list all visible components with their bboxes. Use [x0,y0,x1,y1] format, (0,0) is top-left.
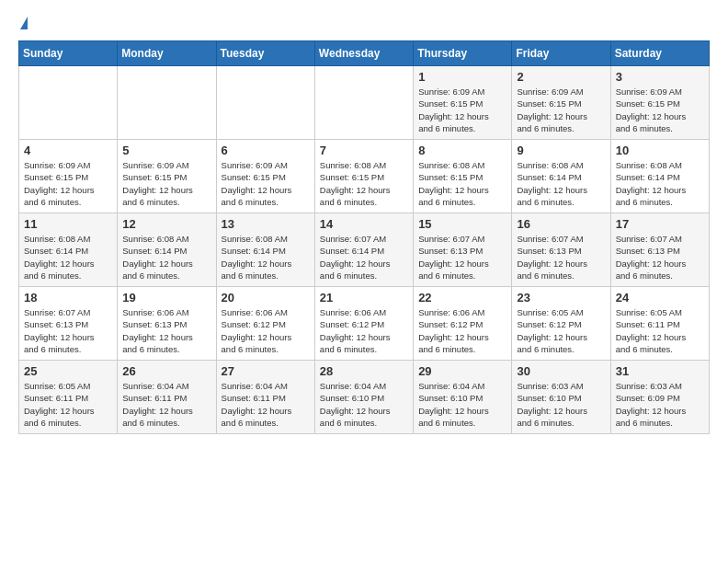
day-number: 28 [320,364,408,378]
day-number: 24 [616,291,704,304]
cell-content: Sunrise: 6:04 AM Sunset: 6:11 PM Dayligh… [222,380,310,429]
cell-content: Sunrise: 6:04 AM Sunset: 6:10 PM Dayligh… [320,380,408,429]
day-number: 13 [222,217,310,231]
day-number: 4 [24,144,112,157]
cell-content: Sunrise: 6:08 AM Sunset: 6:14 PM Dayligh… [616,159,704,208]
cell-content: Sunrise: 6:06 AM Sunset: 6:12 PM Dayligh… [320,306,408,355]
day-number: 26 [122,364,210,378]
weekday-header-saturday: Saturday [610,41,709,66]
cell-content: Sunrise: 6:05 AM Sunset: 6:11 PM Dayligh… [616,306,704,355]
calendar-cell: 20Sunrise: 6:06 AM Sunset: 6:12 PM Dayli… [216,287,314,361]
calendar-cell: 3Sunrise: 6:09 AM Sunset: 6:15 PM Daylig… [610,66,709,140]
calendar-cell: 21Sunrise: 6:06 AM Sunset: 6:12 PM Dayli… [314,287,413,361]
cell-content: Sunrise: 6:03 AM Sunset: 6:10 PM Dayligh… [517,380,605,429]
day-number: 6 [222,144,310,157]
cell-content: Sunrise: 6:09 AM Sunset: 6:15 PM Dayligh… [418,86,506,134]
weekday-header-wednesday: Wednesday [314,41,413,66]
calendar-cell: 7Sunrise: 6:08 AM Sunset: 6:15 PM Daylig… [314,140,413,213]
day-number: 10 [616,144,704,157]
day-number: 1 [418,70,506,84]
calendar-cell: 18Sunrise: 6:07 AM Sunset: 6:13 PM Dayli… [19,287,118,361]
cell-content: Sunrise: 6:03 AM Sunset: 6:09 PM Dayligh… [616,380,704,429]
cell-content: Sunrise: 6:08 AM Sunset: 6:15 PM Dayligh… [320,159,408,208]
day-number: 21 [320,291,408,304]
cell-content: Sunrise: 6:08 AM Sunset: 6:14 PM Dayligh… [24,233,112,282]
cell-content: Sunrise: 6:08 AM Sunset: 6:15 PM Dayligh… [418,159,506,208]
cell-content: Sunrise: 6:06 AM Sunset: 6:12 PM Dayligh… [222,306,310,355]
calendar-cell: 2Sunrise: 6:09 AM Sunset: 6:15 PM Daylig… [512,66,610,140]
cell-content: Sunrise: 6:04 AM Sunset: 6:11 PM Dayligh… [122,380,210,429]
day-number: 3 [616,70,704,84]
day-number: 23 [517,291,605,304]
cell-content: Sunrise: 6:04 AM Sunset: 6:10 PM Dayligh… [418,380,506,429]
cell-content: Sunrise: 6:09 AM Sunset: 6:15 PM Dayligh… [222,159,310,208]
logo [18,18,28,31]
calendar-cell: 6Sunrise: 6:09 AM Sunset: 6:15 PM Daylig… [216,140,314,213]
calendar-cell: 19Sunrise: 6:06 AM Sunset: 6:13 PM Dayli… [118,287,216,361]
calendar-cell: 13Sunrise: 6:08 AM Sunset: 6:14 PM Dayli… [216,213,314,287]
calendar-cell: 10Sunrise: 6:08 AM Sunset: 6:14 PM Dayli… [610,140,709,213]
page-header [18,18,710,31]
weekday-header-sunday: Sunday [19,41,118,66]
cell-content: Sunrise: 6:05 AM Sunset: 6:11 PM Dayligh… [24,380,112,429]
calendar-cell: 27Sunrise: 6:04 AM Sunset: 6:11 PM Dayli… [216,361,314,434]
calendar-cell: 25Sunrise: 6:05 AM Sunset: 6:11 PM Dayli… [19,361,118,434]
calendar-cell: 30Sunrise: 6:03 AM Sunset: 6:10 PM Dayli… [512,361,610,434]
cell-content: Sunrise: 6:07 AM Sunset: 6:13 PM Dayligh… [616,233,704,282]
weekday-header-monday: Monday [118,41,216,66]
weekday-header-thursday: Thursday [414,41,512,66]
day-number: 5 [122,144,210,157]
cell-content: Sunrise: 6:09 AM Sunset: 6:15 PM Dayligh… [122,159,210,208]
day-number: 9 [517,144,605,157]
calendar-cell: 26Sunrise: 6:04 AM Sunset: 6:11 PM Dayli… [118,361,216,434]
calendar-cell: 16Sunrise: 6:07 AM Sunset: 6:13 PM Dayli… [512,213,610,287]
day-number: 22 [418,291,506,304]
calendar-cell: 4Sunrise: 6:09 AM Sunset: 6:15 PM Daylig… [19,140,118,213]
day-number: 25 [24,364,112,378]
day-number: 19 [122,291,210,304]
day-number: 14 [320,217,408,231]
day-number: 27 [222,364,310,378]
calendar-cell: 14Sunrise: 6:07 AM Sunset: 6:14 PM Dayli… [314,213,413,287]
calendar-cell: 31Sunrise: 6:03 AM Sunset: 6:09 PM Dayli… [610,361,709,434]
calendar-cell: 24Sunrise: 6:05 AM Sunset: 6:11 PM Dayli… [610,287,709,361]
calendar-cell: 23Sunrise: 6:05 AM Sunset: 6:12 PM Dayli… [512,287,610,361]
day-number: 18 [24,291,112,304]
calendar-cell [118,66,216,140]
cell-content: Sunrise: 6:07 AM Sunset: 6:13 PM Dayligh… [517,233,605,282]
logo-triangle-icon [20,17,28,29]
calendar-cell: 17Sunrise: 6:07 AM Sunset: 6:13 PM Dayli… [610,213,709,287]
day-number: 12 [122,217,210,231]
calendar-cell: 15Sunrise: 6:07 AM Sunset: 6:13 PM Dayli… [414,213,512,287]
day-number: 20 [222,291,310,304]
cell-content: Sunrise: 6:08 AM Sunset: 6:14 PM Dayligh… [517,159,605,208]
cell-content: Sunrise: 6:09 AM Sunset: 6:15 PM Dayligh… [616,86,704,134]
day-number: 30 [517,364,605,378]
calendar-cell: 9Sunrise: 6:08 AM Sunset: 6:14 PM Daylig… [512,140,610,213]
calendar-cell: 11Sunrise: 6:08 AM Sunset: 6:14 PM Dayli… [19,213,118,287]
cell-content: Sunrise: 6:08 AM Sunset: 6:14 PM Dayligh… [122,233,210,282]
calendar-cell: 12Sunrise: 6:08 AM Sunset: 6:14 PM Dayli… [118,213,216,287]
cell-content: Sunrise: 6:07 AM Sunset: 6:13 PM Dayligh… [418,233,506,282]
calendar-cell [216,66,314,140]
day-number: 11 [24,217,112,231]
calendar-cell: 8Sunrise: 6:08 AM Sunset: 6:15 PM Daylig… [414,140,512,213]
cell-content: Sunrise: 6:08 AM Sunset: 6:14 PM Dayligh… [222,233,310,282]
calendar-cell: 28Sunrise: 6:04 AM Sunset: 6:10 PM Dayli… [314,361,413,434]
day-number: 17 [616,217,704,231]
day-number: 8 [418,144,506,157]
calendar-cell: 29Sunrise: 6:04 AM Sunset: 6:10 PM Dayli… [414,361,512,434]
cell-content: Sunrise: 6:06 AM Sunset: 6:12 PM Dayligh… [418,306,506,355]
calendar-cell: 22Sunrise: 6:06 AM Sunset: 6:12 PM Dayli… [414,287,512,361]
calendar-cell: 5Sunrise: 6:09 AM Sunset: 6:15 PM Daylig… [118,140,216,213]
weekday-header-friday: Friday [512,41,610,66]
cell-content: Sunrise: 6:07 AM Sunset: 6:14 PM Dayligh… [320,233,408,282]
cell-content: Sunrise: 6:09 AM Sunset: 6:15 PM Dayligh… [24,159,112,208]
day-number: 15 [418,217,506,231]
day-number: 2 [517,70,605,84]
cell-content: Sunrise: 6:07 AM Sunset: 6:13 PM Dayligh… [24,306,112,355]
calendar-cell: 1Sunrise: 6:09 AM Sunset: 6:15 PM Daylig… [414,66,512,140]
day-number: 16 [517,217,605,231]
cell-content: Sunrise: 6:09 AM Sunset: 6:15 PM Dayligh… [517,86,605,134]
cell-content: Sunrise: 6:05 AM Sunset: 6:12 PM Dayligh… [517,306,605,355]
